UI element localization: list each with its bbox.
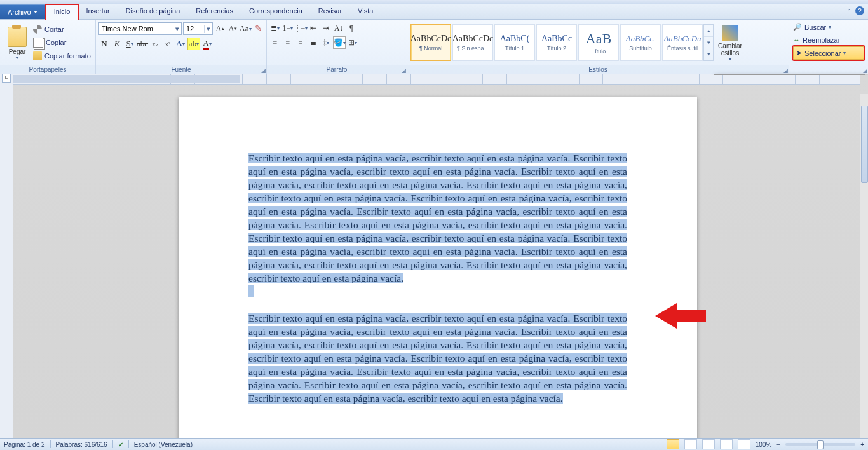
clipboard-icon <box>8 27 27 47</box>
scissors-icon <box>33 25 42 34</box>
strike-button[interactable]: abe <box>137 38 148 50</box>
text-effects-button[interactable]: A▾ <box>175 38 186 50</box>
style-4[interactable]: AaBTítulo <box>578 24 619 61</box>
subscript-button[interactable]: x₂ <box>149 38 161 50</box>
binoculars-icon: 🔎 <box>793 23 802 31</box>
style-5[interactable]: AaBbCc.Subtítulo <box>620 24 661 61</box>
styles-scroll[interactable]: ▴ ▾ ▾ <box>703 24 714 61</box>
style-3[interactable]: AaBbCcTítulo 2 <box>536 24 577 61</box>
change-styles-button[interactable]: Cambiar estilos <box>714 23 747 62</box>
ruler-vertical[interactable]: L <box>0 74 13 75</box>
align-left-button[interactable]: ≡ <box>269 37 281 48</box>
tab-referencias[interactable]: Referencias <box>188 4 241 19</box>
font-color-button[interactable]: A▾ <box>201 38 213 50</box>
scroll-up-icon[interactable]: ▴ <box>704 25 713 37</box>
tab-inicio[interactable]: Inicio <box>46 4 79 20</box>
tab-selector-icon[interactable]: L <box>2 74 11 75</box>
cursor-icon: ➤ <box>796 49 802 57</box>
tab-vista[interactable]: Vista <box>350 4 381 19</box>
styles-gallery[interactable]: AaBbCcDc¶ NormalAaBbCcDc¶ Sin espa...AaB… <box>410 24 703 62</box>
copy-button[interactable]: Copiar <box>33 36 91 49</box>
highlight-button[interactable]: ab▾ <box>187 38 200 50</box>
bullets-button[interactable]: ≣▾ <box>269 22 281 34</box>
paragraph-launcher-icon[interactable]: ◢ <box>400 67 406 74</box>
replace-icon: ↔ <box>793 36 800 44</box>
menubar: Archivo Inicio Insertar Diseño de página… <box>0 4 868 20</box>
replace-button[interactable]: ↔Reemplazar <box>793 34 864 46</box>
minimize-ribbon-icon[interactable]: ⌃ <box>847 8 851 14</box>
justify-button[interactable]: ≣ <box>308 37 319 48</box>
underline-button[interactable]: S▾ <box>124 38 135 50</box>
clipboard-launcher-icon[interactable]: ◢ <box>861 67 867 74</box>
tab-correspondencia[interactable]: Correspondencia <box>241 4 311 19</box>
ribbon: Pegar Cortar Copiar Copiar formato Porta… <box>0 20 868 75</box>
sort-button[interactable]: A↓ <box>333 22 344 34</box>
change-styles-icon <box>722 25 738 41</box>
tab-insertar[interactable]: Insertar <box>78 4 118 19</box>
shading-button[interactable]: 🪣▾ <box>333 36 346 49</box>
format-painter-button[interactable]: Copiar formato <box>33 50 91 62</box>
align-right-button[interactable]: ≡ <box>295 37 306 48</box>
cut-button[interactable]: Cortar <box>33 23 91 36</box>
find-button[interactable]: 🔎Buscar ▾ <box>793 21 864 33</box>
styles-more-icon[interactable]: ▾ <box>704 48 713 60</box>
inc-indent-button[interactable]: ⇥ <box>320 22 332 34</box>
tab-revisar[interactable]: Revisar <box>311 4 350 19</box>
clear-format-button[interactable]: ✎ <box>252 23 264 34</box>
align-center-button[interactable]: ≡ <box>282 37 294 48</box>
shrink-font-button[interactable]: A▾ <box>227 23 238 34</box>
grow-font-button[interactable]: A▴ <box>214 23 226 34</box>
borders-button[interactable]: ⊞▾ <box>347 37 358 48</box>
group-label-paragraph: Párrafo <box>267 65 407 74</box>
font-launcher-icon[interactable]: ◢ <box>259 67 266 74</box>
group-label-font: Fuente <box>96 65 266 74</box>
brush-icon <box>33 51 42 60</box>
show-marks-button[interactable]: ¶ <box>346 22 357 34</box>
dec-indent-button[interactable]: ⇤ <box>308 22 319 34</box>
italic-button[interactable]: K <box>111 38 123 50</box>
bold-button[interactable]: N <box>98 38 110 50</box>
multilevel-button[interactable]: ⋮≡▾ <box>295 22 306 34</box>
superscript-button[interactable]: x² <box>162 38 173 50</box>
styles-launcher-icon[interactable]: ◢ <box>782 67 788 74</box>
copy-icon <box>33 38 43 48</box>
line-spacing-button[interactable]: ‡▾ <box>320 37 332 48</box>
style-0[interactable]: AaBbCcDc¶ Normal <box>410 24 451 61</box>
style-6[interactable]: AaBbCcDuÉnfasis sutil <box>662 24 703 61</box>
font-family-select[interactable]: ▾ <box>98 22 182 35</box>
help-icon[interactable]: ? <box>855 6 864 15</box>
tab-diseno[interactable]: Diseño de página <box>118 4 189 19</box>
group-label-styles: Estilos <box>407 65 789 74</box>
numbering-button[interactable]: 1≡▾ <box>282 22 294 34</box>
change-case-button[interactable]: Aa▾ <box>240 23 251 34</box>
style-1[interactable]: AaBbCcDc¶ Sin espa... <box>452 24 493 61</box>
style-2[interactable]: AaBbC(Título 1 <box>494 24 535 61</box>
paste-button[interactable]: Pegar <box>3 23 32 62</box>
select-dropdown: Seleccionar todo ➤ Seleccionar objetos S… <box>714 74 865 75</box>
font-size-select[interactable]: ▾ <box>183 22 213 35</box>
scroll-down-icon[interactable]: ▾ <box>704 37 713 49</box>
select-button[interactable]: ➤Seleccionar ▾ <box>793 46 864 60</box>
group-label-clipboard: Portapapeles <box>0 65 95 74</box>
tab-file[interactable]: Archivo <box>0 4 46 19</box>
